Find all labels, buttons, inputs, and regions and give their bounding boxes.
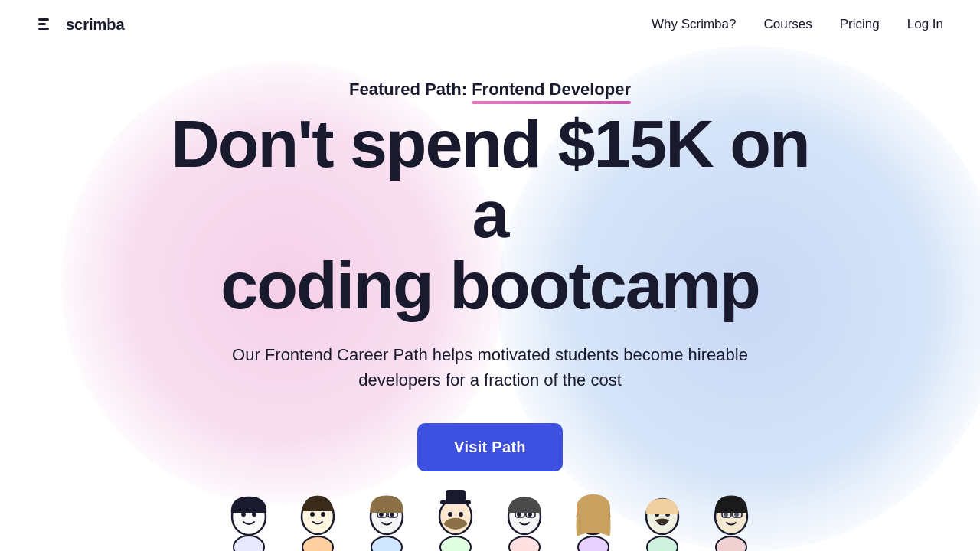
hero-title-line2: coding bootcamp	[220, 247, 759, 323]
logo-text: scrimba	[66, 16, 125, 34]
featured-label-prefix: Featured Path:	[349, 80, 472, 99]
nav-link-courses[interactable]: Courses	[763, 17, 812, 32]
svg-point-19	[448, 512, 452, 517]
svg-point-17	[371, 536, 402, 551]
character-1	[214, 474, 283, 551]
svg-point-23	[440, 536, 471, 551]
character-3	[352, 474, 421, 551]
featured-label: Featured Path: Frontend Developer	[349, 80, 631, 99]
characters-row	[214, 474, 766, 551]
svg-point-38	[647, 536, 678, 551]
navbar: scrimba Why Scrimba? Courses Pricing Log…	[0, 0, 980, 49]
svg-point-6	[234, 536, 264, 551]
character-5	[490, 474, 559, 551]
svg-point-20	[459, 512, 463, 517]
nav-link-why-scrimba[interactable]: Why Scrimba?	[652, 17, 737, 32]
nav-link-pricing[interactable]: Pricing	[840, 17, 880, 32]
svg-rect-0	[38, 18, 49, 21]
svg-rect-1	[38, 23, 46, 25]
svg-point-8	[310, 512, 315, 517]
character-7	[628, 474, 697, 551]
svg-point-30	[509, 536, 540, 551]
svg-point-45	[716, 536, 746, 551]
svg-rect-2	[38, 28, 49, 30]
svg-point-10	[302, 536, 333, 551]
hero-title: Don't spend $15K on a coding bootcamp	[145, 109, 835, 321]
character-4	[421, 474, 490, 551]
hero-title-line1: Don't spend $15K on a	[171, 106, 809, 252]
hero-subtitle: Our Frontend Career Path helps motivated…	[222, 342, 758, 393]
hero-section: Featured Path: Frontend Developer Don't …	[0, 49, 980, 471]
svg-rect-22	[446, 490, 466, 502]
logo-icon	[37, 14, 58, 35]
nav-links: Why Scrimba? Courses Pricing Log In	[652, 17, 943, 32]
logo[interactable]: scrimba	[37, 14, 125, 35]
character-2	[283, 474, 352, 551]
svg-point-9	[321, 512, 325, 517]
visit-path-button[interactable]: Visit Path	[417, 423, 563, 471]
featured-label-highlight: Frontend Developer	[472, 80, 631, 99]
svg-point-34	[578, 536, 609, 551]
character-6	[559, 474, 628, 551]
nav-link-login[interactable]: Log In	[907, 17, 943, 32]
character-8	[697, 474, 766, 551]
